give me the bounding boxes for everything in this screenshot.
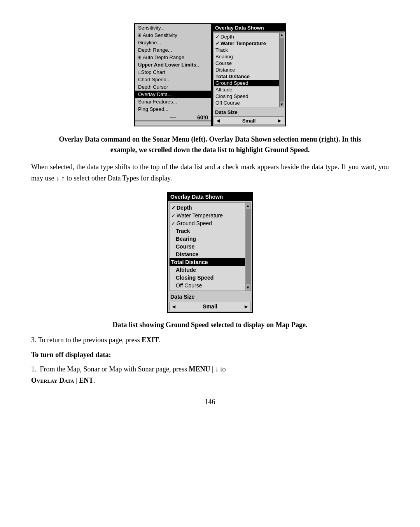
list-item-total-distance-b[interactable]: Total Distance [170, 258, 250, 266]
list-item-closing-speed[interactable]: Closing Speed [214, 93, 284, 100]
list-item-closing-speed-b[interactable]: Closing Speed [170, 274, 250, 282]
scroll-bar-bottom[interactable]: ▲ ▼ [245, 203, 250, 291]
size-control-bottom[interactable]: ◄ Small ► [169, 302, 251, 311]
list-item-off-course-b[interactable]: Off Course [170, 282, 250, 289]
overlay-data-list-bottom[interactable]: Depth Water Temperature Ground Speed Tra… [169, 202, 251, 291]
sonar-menu-panel: Sensitivity... ⊞ Auto Sensitivity Grayli… [134, 23, 212, 126]
size-right-arrow[interactable]: ► [277, 117, 282, 124]
list-item-off-course[interactable]: Off Course [214, 100, 284, 106]
caption-bottom: Data list showing Ground Speed selected … [51, 321, 369, 329]
page-number: 146 [31, 398, 389, 406]
menu-item-chart-speed[interactable]: Chart Speed... [135, 76, 211, 83]
menu-item-auto-depth-range[interactable]: ⊞ Auto Depth Range [135, 54, 211, 61]
ent-key: ENT [79, 376, 93, 384]
top-screenshot: Sensitivity... ⊞ Auto Sensitivity Grayli… [134, 23, 286, 126]
data-size-label-top: Data Size [213, 108, 285, 116]
overlay-data-smallcaps: Overlay Data [31, 376, 74, 384]
list-item-water-temp[interactable]: Water Temperature [214, 40, 284, 47]
menu-item-grayline[interactable]: Grayline... [135, 39, 211, 46]
scroll-up-arrow-b[interactable]: ▲ [246, 203, 250, 208]
caption-top: Overlay Data command on the Sonar Menu (… [51, 134, 369, 155]
menu-item-sensitivity[interactable]: Sensitivity... [135, 24, 211, 32]
size-left-arrow[interactable]: ◄ [215, 117, 221, 124]
list-item-ground-speed-b[interactable]: Ground Speed [170, 219, 250, 227]
list-item-bearing[interactable]: Bearing [214, 53, 284, 60]
size-right-arrow-b[interactable]: ► [243, 303, 249, 310]
list-item-bearing-b[interactable]: Bearing [170, 235, 250, 243]
list-item-depth-b[interactable]: Depth [170, 204, 250, 212]
overlay-data-panel-bottom: Overlay Data Shown Depth Water Temperatu… [167, 192, 253, 313]
menu-item-stop-chart[interactable]: Stop Chart [135, 68, 211, 76]
turn-off-heading: To turn off displayed data: [31, 351, 389, 359]
scroll-down-arrow-b[interactable]: ▼ [246, 285, 250, 290]
list-item-course[interactable]: Course [214, 60, 284, 67]
overlay-data-panel-top: Overlay Data Shown Depth Water Temperatu… [212, 23, 286, 126]
list-item-ground-speed[interactable]: Ground Speed [214, 80, 284, 86]
step-1-turnoff-text: 1. From the Map, Sonar or Map with Sonar… [31, 364, 389, 386]
exit-key: EXIT [142, 336, 159, 344]
menu-item-ping-speed[interactable]: Ping Speed... [135, 105, 211, 113]
menu-item-overlay-data[interactable]: Overlay Data... [135, 91, 211, 98]
page-content: Sensitivity... ⊞ Auto Sensitivity Grayli… [31, 23, 389, 406]
menu-item-upper-lower[interactable]: Upper And Lower Limits.. [135, 61, 211, 68]
list-item-water-temp-b[interactable]: Water Temperature [170, 212, 250, 219]
scroll-bar-top[interactable]: ▲ ▼ [279, 33, 284, 107]
menu-key: MENU [189, 365, 210, 373]
body-paragraph: When selected, the data type shifts to t… [31, 161, 389, 184]
list-item-altitude-b[interactable]: Altitude [170, 266, 250, 274]
step-3-text: 3. To return to the previous page, press… [31, 334, 389, 346]
list-item-depth[interactable]: Depth [214, 33, 284, 40]
size-value-top: Small [222, 118, 275, 124]
menu-divider: ― 60!0 [135, 114, 211, 121]
scroll-thumb [280, 38, 284, 102]
bottom-screenshot: Overlay Data Shown Depth Water Temperatu… [31, 192, 389, 313]
menu-item-depth-range[interactable]: Depth Range... [135, 46, 211, 54]
data-size-label-bottom: Data Size [168, 292, 252, 301]
overlay-panel-title: Overlay Data Shown [213, 24, 285, 32]
overlay-panel-title-bottom: Overlay Data Shown [168, 193, 252, 201]
menu-item-auto-sensitivity[interactable]: ⊞ Auto Sensitivity [135, 32, 211, 39]
overlay-data-list-top[interactable]: Depth Water Temperature Track Bearing Co… [214, 32, 284, 107]
list-item-distance-b[interactable]: Distance [170, 250, 250, 258]
menu-item-sonar-features[interactable]: Sonar Features... [135, 98, 211, 105]
scroll-up-arrow[interactable]: ▲ [280, 33, 284, 37]
list-item-altitude[interactable]: Altitude [214, 86, 284, 93]
list-item-track[interactable]: Track [214, 47, 284, 53]
list-item-total-distance[interactable]: Total Distance [214, 73, 284, 80]
size-left-arrow-b[interactable]: ◄ [171, 303, 177, 310]
list-item-course-b[interactable]: Course [170, 243, 250, 250]
list-item-distance[interactable]: Distance [214, 67, 284, 73]
menu-item-depth-cursor[interactable]: Depth Cursor [135, 83, 211, 91]
size-control-top[interactable]: ◄ Small ► [214, 116, 284, 125]
step-3-number: 3. To return to the previous page, press [31, 336, 142, 344]
scroll-down-arrow[interactable]: ▼ [280, 102, 284, 107]
size-value-bottom: Small [178, 303, 242, 310]
scroll-thumb-b [246, 209, 250, 284]
list-item-track-b[interactable]: Track [170, 227, 250, 235]
